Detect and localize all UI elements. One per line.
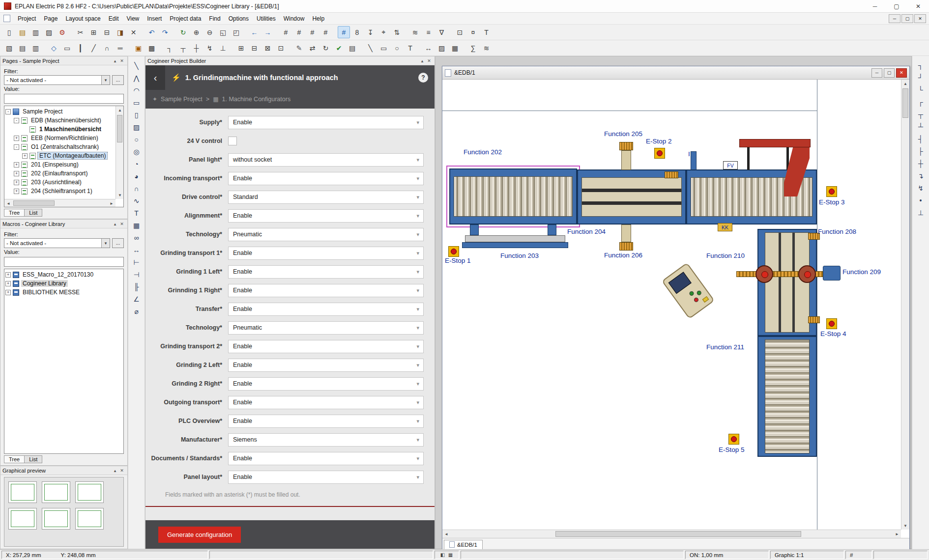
- update-report-icon[interactable]: ↻: [319, 42, 332, 54]
- scroll-thumb[interactable]: [117, 115, 122, 142]
- panel-close-icon[interactable]: ✕: [118, 222, 125, 226]
- connection-update-icon[interactable]: ⇅: [391, 26, 403, 38]
- cross-junction-icon[interactable]: ┼: [914, 157, 927, 169]
- t-node-up-icon[interactable]: ┴: [914, 120, 927, 133]
- page-macro-icon[interactable]: ▥: [29, 26, 42, 38]
- kk-tag[interactable]: KK: [718, 223, 732, 231]
- project-tools-icon[interactable]: ⚙: [56, 26, 68, 38]
- scroll-left-icon[interactable]: ◄: [4, 199, 12, 207]
- drive-shaft[interactable]: [736, 271, 835, 277]
- function-label[interactable]: Function 204: [567, 228, 606, 235]
- page-thumbnail[interactable]: [42, 481, 70, 503]
- corner-up-left-icon[interactable]: ┘: [914, 71, 927, 84]
- field-dropdown[interactable]: Pneumatic: [228, 228, 424, 241]
- tree-expander[interactable]: +: [14, 189, 19, 194]
- pages-tree-vscrollbar[interactable]: ▲ ▼: [116, 106, 123, 199]
- pages-value-input[interactable]: [4, 94, 124, 104]
- cylinder-206[interactable]: [621, 224, 631, 242]
- machine-foot[interactable]: [470, 224, 479, 235]
- e-stop-label[interactable]: E-Stop 3: [819, 198, 845, 206]
- parts-selection-icon[interactable]: ¤: [467, 26, 479, 38]
- baseline-dimension-tool-icon[interactable]: ⊣: [130, 268, 143, 280]
- tree-expander[interactable]: +: [22, 153, 28, 159]
- insert-point-grid-d-icon[interactable]: #: [319, 26, 332, 38]
- machine-foot[interactable]: [548, 224, 556, 235]
- scroll-right-icon[interactable]: ►: [893, 530, 901, 538]
- menu-item[interactable]: View: [122, 14, 143, 24]
- field-dropdown[interactable]: Standard: [228, 191, 424, 204]
- potential-point-icon[interactable]: ⊥: [914, 206, 927, 219]
- canvas-hscrollbar[interactable]: ◄ ►: [442, 530, 901, 538]
- cable-navigator-icon[interactable]: ⊟: [248, 42, 261, 54]
- polyline-tool-icon[interactable]: ⋀: [130, 72, 143, 84]
- cylinder-205-knob[interactable]: [619, 142, 633, 150]
- graphic-text-icon[interactable]: T: [404, 42, 416, 54]
- dimension-tool-icon[interactable]: ↔: [130, 244, 143, 256]
- zoom-window-icon[interactable]: ◱: [217, 26, 229, 38]
- e-stop-icon[interactable]: [448, 246, 459, 257]
- tree-item[interactable]: 1 Maschinenübersicht: [5, 125, 115, 134]
- pages-filter-dropdown[interactable]: - Not activated -: [4, 75, 110, 85]
- child-restore-button[interactable]: ▢: [884, 68, 895, 78]
- spline-tool-icon[interactable]: ∿: [130, 195, 143, 207]
- t-node-down-icon[interactable]: ┬: [914, 108, 927, 120]
- panel-pin-icon[interactable]: ▴: [112, 468, 118, 473]
- table-203-base[interactable]: [462, 242, 568, 248]
- tree-item[interactable]: + 202 (Einlauftransport): [5, 169, 115, 178]
- paste-icon[interactable]: ⊟: [101, 26, 113, 38]
- hatch-tool-icon[interactable]: ▨: [130, 121, 143, 133]
- tree-expander[interactable]: +: [5, 272, 11, 278]
- conveyor-202[interactable]: [449, 168, 577, 224]
- hand-terminal[interactable]: [662, 262, 715, 319]
- panel-close-icon[interactable]: ✕: [118, 468, 125, 473]
- mdi-close-button[interactable]: ✕: [914, 14, 926, 23]
- mdi-minimize-button[interactable]: ─: [889, 14, 900, 23]
- panel-pin-icon[interactable]: ▴: [419, 58, 426, 63]
- tree-expander[interactable]: -: [14, 144, 19, 150]
- filter-icon[interactable]: ∇: [435, 26, 448, 38]
- graphic-line-icon[interactable]: ╲: [364, 42, 377, 54]
- function-label[interactable]: Function 202: [464, 148, 502, 156]
- page-thumbnail[interactable]: [8, 508, 37, 530]
- field-dropdown[interactable]: Enable: [228, 359, 424, 372]
- sector-tool-icon[interactable]: ◕: [130, 170, 143, 182]
- tree-item[interactable]: + ETC (Montageaufbauten): [5, 151, 115, 160]
- insert-terminal-strip-icon[interactable]: ┃: [74, 42, 87, 54]
- corner-down-left-icon[interactable]: ┐: [914, 59, 927, 71]
- refresh-icon[interactable]: ↻: [177, 26, 189, 38]
- conveyor-204-handle[interactable]: [665, 171, 678, 178]
- menu-item[interactable]: Project data: [166, 14, 205, 24]
- breadcrumb-root[interactable]: Sample Project: [161, 96, 203, 103]
- page-thumbnail[interactable]: [75, 481, 104, 503]
- mdi-restore-button[interactable]: ▢: [901, 14, 913, 23]
- tree-expander[interactable]: +: [14, 180, 19, 185]
- macros-filter-dropdown[interactable]: - Not activated -: [4, 238, 110, 248]
- tree-expander[interactable]: +: [14, 136, 19, 141]
- new-page-icon[interactable]: ▯: [3, 26, 15, 38]
- panel-tab[interactable]: List: [24, 209, 42, 217]
- snap-to-grid-icon[interactable]: #: [338, 26, 350, 38]
- labeling-icon[interactable]: ≡: [422, 26, 435, 38]
- generate-configuration-button[interactable]: Generate configuration: [158, 527, 241, 543]
- field-dropdown[interactable]: Enable: [228, 209, 424, 223]
- tree-expander[interactable]: -: [5, 109, 11, 114]
- synchronize-icon[interactable]: ⇄: [306, 42, 319, 54]
- circle-tool-icon[interactable]: ○: [130, 133, 143, 145]
- field-dropdown[interactable]: Enable: [228, 471, 424, 484]
- tree-expander[interactable]: +: [5, 290, 11, 295]
- field-dropdown[interactable]: Enable: [228, 284, 424, 297]
- scroll-up-icon[interactable]: ▲: [116, 106, 124, 114]
- page-tab-edb[interactable]: &EDB/1: [444, 540, 483, 549]
- insert-circuit-macro-icon[interactable]: ▩: [145, 42, 158, 54]
- arc-3point-tool-icon[interactable]: ◠: [130, 84, 143, 96]
- panel-close-icon[interactable]: ✕: [426, 58, 433, 63]
- labeling-output-icon[interactable]: ≋: [480, 42, 493, 54]
- scroll-down-icon[interactable]: ▼: [901, 522, 909, 530]
- table-203[interactable]: [465, 235, 565, 242]
- page-thumbnail[interactable]: [8, 481, 37, 503]
- mdi-document-icon[interactable]: [3, 15, 10, 22]
- panel-tab[interactable]: Tree: [4, 209, 25, 217]
- help-button[interactable]: ?: [418, 73, 428, 83]
- reports-icon[interactable]: ≋: [409, 26, 421, 38]
- close-button[interactable]: ✕: [907, 0, 929, 12]
